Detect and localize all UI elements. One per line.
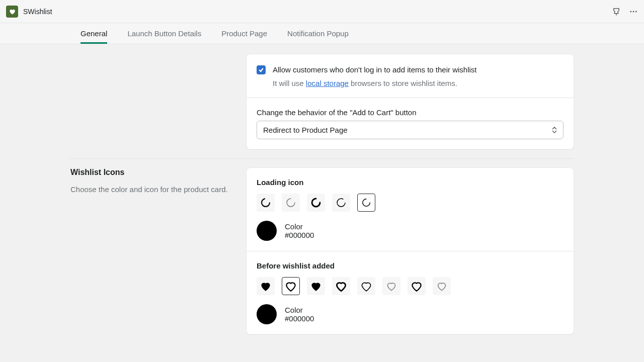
heart-icon-option-2[interactable]	[282, 277, 300, 295]
allow-guest-label: Allow customers who don't log in to add …	[273, 64, 477, 76]
svg-point-3	[262, 199, 270, 207]
app-title: SWishlist	[23, 8, 52, 16]
atc-behavior-select[interactable]: Redirect to Product Page	[257, 121, 564, 139]
heart-icon-option-7[interactable]	[408, 277, 426, 295]
loading-color-row: Color #000000	[257, 221, 564, 241]
before-color-row: Color #000000	[257, 304, 564, 324]
atc-behavior-value: Redirect to Product Page	[263, 126, 348, 134]
tabs: General Launch Button Details Product Pa…	[0, 23, 644, 44]
tab-launch[interactable]: Launch Button Details	[127, 23, 201, 44]
svg-point-1	[633, 11, 634, 12]
allow-guest-help-prefix: It will use	[273, 79, 306, 87]
svg-point-0	[630, 11, 631, 12]
settings-card: Allow customers who don't log in to add …	[247, 54, 574, 149]
loading-color-value: #000000	[285, 231, 314, 239]
tab-general[interactable]: General	[80, 23, 107, 44]
heart-icon-option-5[interactable]	[357, 277, 375, 295]
pin-icon[interactable]	[612, 7, 621, 16]
loading-icon-grid	[257, 194, 564, 212]
loading-icon-section: Loading icon	[247, 168, 574, 251]
loading-icon-option-4[interactable]	[332, 194, 350, 212]
before-color-swatch[interactable]	[257, 304, 277, 324]
loading-color-label: Color	[285, 222, 314, 231]
icons-card: Loading icon	[247, 168, 574, 334]
before-color-label: Color	[285, 306, 314, 314]
allow-guest-help: It will use local storage browsers to st…	[273, 79, 477, 87]
topbar-left: SWishlist	[6, 6, 52, 18]
loading-icon-option-1[interactable]	[257, 194, 275, 212]
loading-icon-option-5[interactable]	[357, 194, 375, 212]
heart-icon-option-6[interactable]	[382, 277, 400, 295]
allow-guest-help-suffix: browsers to store wishlist items.	[349, 79, 457, 87]
section-wishlist-icons: Wishlist Icons Choose the color and icon…	[70, 168, 574, 343]
heart-icon-option-1[interactable]	[257, 277, 275, 295]
atc-behavior-label: Change the behavior of the "Add to Cart"…	[257, 108, 564, 117]
before-icon-grid	[257, 277, 564, 295]
section-general-settings: Allow customers who don't log in to add …	[70, 54, 574, 158]
section-divider	[70, 158, 574, 159]
chevron-sort-icon	[552, 127, 557, 133]
svg-point-4	[337, 199, 345, 207]
allow-guest-checkbox[interactable]	[257, 65, 266, 74]
before-color-value: #000000	[285, 314, 314, 323]
more-icon[interactable]	[629, 7, 638, 16]
app-icon	[6, 6, 18, 18]
topbar: SWishlist	[0, 0, 644, 23]
wishlist-icons-desc: Choose the color and icon for the produc…	[70, 184, 236, 195]
svg-point-2	[635, 11, 637, 12]
local-storage-link[interactable]: local storage	[306, 79, 349, 87]
wishlist-icons-title: Wishlist Icons	[70, 168, 236, 177]
allow-guest-row: Allow customers who don't log in to add …	[257, 64, 564, 87]
loading-icon-option-3[interactable]	[307, 194, 325, 212]
heart-icon-option-8[interactable]	[433, 277, 451, 295]
heart-icon-option-4[interactable]	[332, 277, 350, 295]
page: Allow customers who don't log in to add …	[70, 44, 574, 362]
loading-icon-option-2[interactable]	[282, 194, 300, 212]
before-wishlist-section: Before wishlist added	[247, 251, 574, 334]
loading-heading: Loading icon	[257, 178, 564, 187]
loading-color-swatch[interactable]	[257, 221, 277, 241]
tab-popup[interactable]: Notification Popup	[287, 23, 349, 44]
tab-product[interactable]: Product Page	[221, 23, 267, 44]
before-heading: Before wishlist added	[257, 261, 564, 270]
heart-icon-option-3[interactable]	[307, 277, 325, 295]
